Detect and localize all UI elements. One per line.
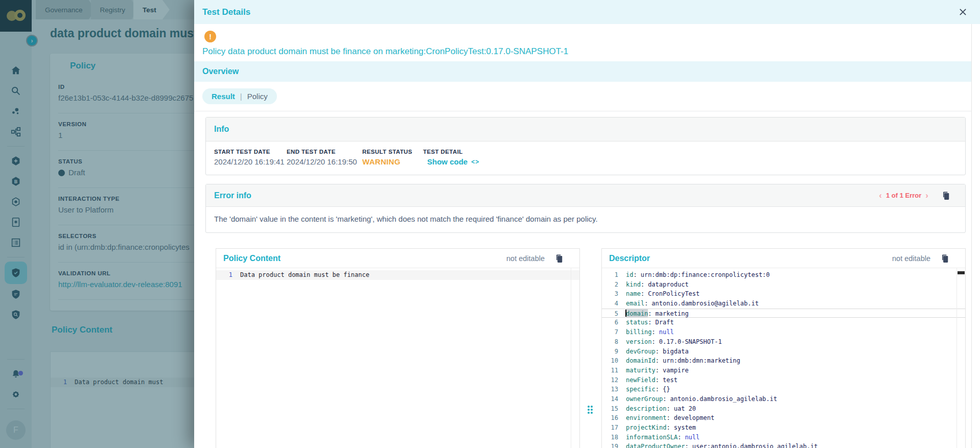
yaml-key: id: [626, 270, 633, 280]
yaml-key: version: [626, 337, 652, 347]
close-icon: [959, 8, 967, 16]
editor-scrollbar-track: [956, 268, 957, 448]
copy-icon: [941, 191, 951, 201]
yaml-key: maturity: [626, 366, 656, 375]
error-message: The 'domain' value in the content is 'ma…: [206, 207, 965, 232]
line-number: 12: [602, 375, 618, 385]
code-split: Policy Content not editable 1 Data produ…: [216, 248, 966, 448]
yaml-value: user:antonio.dambrosio_agilelab.it: [692, 442, 818, 448]
copy-error-button[interactable]: [941, 191, 951, 201]
yaml-value: antonio.dambrosio@agilelab.it: [651, 299, 759, 309]
line-number: 2: [602, 280, 618, 290]
descriptor-line: 1 id:urn:dmb:dp:finance:cronpolicytest:0: [602, 270, 965, 280]
line-number: 8: [602, 337, 618, 347]
line-number: 16: [602, 413, 618, 423]
policy-content-editor[interactable]: 1 Data product domain must be finance: [216, 268, 579, 448]
yaml-key: ownerGroup: [626, 394, 663, 404]
yaml-key: informationSLA: [626, 433, 678, 442]
line-number: 1: [602, 270, 618, 280]
descriptor-line: 2 kind:dataproduct: [602, 280, 965, 290]
descriptor-line: 13 specific:{}: [602, 385, 965, 394]
descriptor-line: 19 dataProductOwner:user:antonio.dambros…: [602, 442, 965, 448]
descriptor-line: 14 ownerGroup:antonio.dambrosio_agilelab…: [602, 394, 965, 404]
descriptor-editor[interactable]: 1 id:urn:dmb:dp:finance:cronpolicytest:0…: [602, 268, 965, 448]
descriptor-line: 12 newField:test: [602, 375, 965, 385]
line-number: 11: [602, 366, 618, 375]
descriptor-lines: 1 id:urn:dmb:dp:finance:cronpolicytest:0…: [602, 270, 965, 448]
editor-scrollbar-track: [571, 268, 571, 448]
descriptor-line: 11 maturity:vampire: [602, 366, 965, 375]
copy-icon: [940, 253, 950, 264]
info-card: Info START TEST DATE 2024/12/20 16:19:41…: [205, 117, 966, 175]
line-number: 3: [602, 289, 618, 299]
result-status-label: RESULT STATUS: [362, 149, 423, 155]
yaml-value: development: [674, 413, 714, 423]
show-code-link[interactable]: Show code <>: [427, 157, 479, 166]
yaml-value: test: [663, 375, 678, 385]
yaml-value: uat 20: [674, 404, 696, 414]
line-number: 9: [602, 347, 618, 357]
descriptor-title: Descriptor: [609, 254, 650, 263]
end-date-value: 2024/12/20 16:19:50: [287, 157, 362, 166]
info-title: Info: [214, 125, 229, 134]
test-detail-label: TEST DETAIL: [423, 149, 479, 155]
yaml-value: antonio.dambrosio_agilelab.it: [670, 394, 777, 404]
start-date-value: 2024/12/20 16:19:41: [214, 157, 287, 166]
yaml-key: dataProductOwner: [626, 442, 685, 448]
yaml-value: Draft: [656, 318, 674, 327]
yaml-key: newField: [626, 375, 656, 385]
error-card-header: Error info ‹ 1 of 1 Error ›: [206, 184, 965, 207]
start-date-label: START TEST DATE: [214, 149, 287, 155]
yaml-key: domain: [626, 309, 648, 318]
line-number: 6: [602, 318, 618, 327]
descriptor-panel: Descriptor not editable 1 id:urn:dmb:dp:…: [601, 248, 966, 448]
yaml-value: dataproduct: [648, 280, 688, 290]
line-number: 17: [602, 423, 618, 433]
line-number: 7: [602, 327, 618, 337]
copy-policy-button[interactable]: [554, 253, 564, 264]
descriptor-line: 18 informationSLA:null: [602, 433, 965, 442]
yaml-key: name: [626, 289, 641, 299]
editor-scrollbar-thumb[interactable]: [958, 271, 965, 274]
warning-icon: !: [204, 31, 216, 42]
descriptor-line: 9 devGroup:bigdata: [602, 347, 965, 357]
yaml-value: marketing: [656, 309, 689, 318]
line-number: 10: [602, 356, 618, 366]
yaml-value: urn:dmb:dmn:marketing: [663, 356, 740, 366]
descriptor-line: 17 projectKind:system: [602, 423, 965, 433]
modal-header: Test Details: [194, 0, 980, 24]
next-error-button[interactable]: ›: [925, 191, 928, 200]
modal-scrollbar[interactable]: [971, 24, 980, 448]
prev-error-button[interactable]: ‹: [879, 191, 882, 200]
policy-content-panel: Policy Content not editable 1 Data produ…: [216, 248, 580, 448]
descriptor-line: 5 domain:marketing: [602, 309, 965, 318]
line-number: 15: [602, 404, 618, 414]
line-number: 13: [602, 385, 618, 394]
yaml-key: status: [626, 318, 648, 327]
line-number: 14: [602, 394, 618, 404]
close-button[interactable]: [956, 6, 969, 18]
policy-content-header: Policy Content not editable: [216, 249, 579, 268]
descriptor-line: 3 name:CronPolicyTest: [602, 289, 965, 299]
line-number: 4: [602, 299, 618, 309]
error-pager-text: 1 of 1 Error: [886, 192, 921, 199]
line-number: 5: [602, 309, 618, 318]
info-end-date: END TEST DATE 2024/12/20 16:19:50: [287, 149, 362, 175]
show-code-text: Show code: [427, 157, 468, 166]
info-test-detail: TEST DETAIL Show code <>: [423, 149, 479, 175]
tabs-divider: [194, 111, 980, 111]
copy-icon: [554, 253, 564, 264]
descriptor-header: Descriptor not editable: [602, 249, 965, 268]
split-drag-handle[interactable]: [588, 406, 594, 416]
yaml-key: kind: [626, 280, 641, 290]
tab-result[interactable]: Result: [212, 92, 235, 101]
tab-policy[interactable]: Policy: [247, 92, 268, 101]
copy-descriptor-button[interactable]: [940, 253, 950, 264]
status-badge: WARNING: [362, 157, 423, 166]
yaml-key: description: [626, 404, 666, 414]
descriptor-line: 4 email:antonio.dambrosio@agilelab.it: [602, 299, 965, 309]
code-brackets-icon: <>: [471, 158, 479, 166]
test-details-modal: Test Details ! Policy data product domai…: [194, 0, 980, 448]
descriptor-line: 16 environment:development: [602, 413, 965, 423]
test-headline: Policy data product domain must be finan…: [202, 46, 980, 57]
